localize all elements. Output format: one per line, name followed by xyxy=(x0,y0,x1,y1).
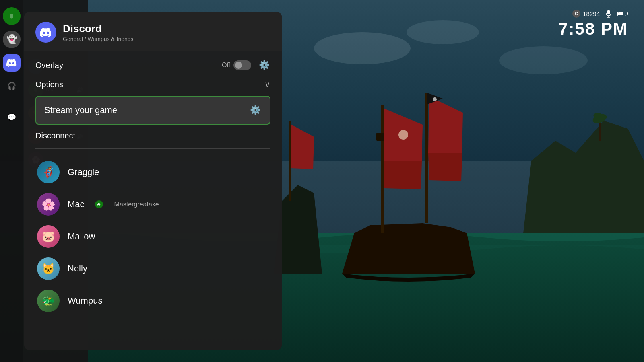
overlay-label: Overlay xyxy=(35,61,63,70)
discord-panel-subtitle: General / Wumpus & friends xyxy=(63,36,134,42)
stream-gear-icon[interactable]: ⚙️ xyxy=(249,104,262,117)
overlay-controls: Off ⚙️ xyxy=(222,59,270,72)
user-name-mac: Mac xyxy=(68,199,85,210)
user-name-nelly: Nelly xyxy=(68,263,87,274)
currency-amount: 18294 xyxy=(583,10,600,17)
hud-currency: G 18294 xyxy=(572,10,600,18)
user-item-graggle[interactable]: Graggle xyxy=(35,157,270,187)
user-avatar-nelly xyxy=(37,257,60,280)
battery-icon xyxy=(617,12,628,16)
sidebar-icon-ghost[interactable]: 👻 xyxy=(3,31,21,48)
overlay-toggle-container: Off xyxy=(222,60,251,70)
hud-time: 7:58 PM xyxy=(558,19,628,39)
overlay-state: Off xyxy=(222,62,230,69)
user-avatar-graggle xyxy=(37,161,60,183)
svg-point-12 xyxy=(314,32,411,64)
discord-logo xyxy=(35,22,56,43)
user-item-wumpus[interactable]: Wumpus xyxy=(35,286,270,316)
sidebar-icon-chat[interactable]: 💬 xyxy=(3,109,21,126)
sidebar-icon-discord[interactable] xyxy=(3,54,21,72)
discord-panel-title: Discord xyxy=(63,23,134,35)
hud-top-right: G 18294 7:58 PM xyxy=(558,10,628,39)
panel-content: Overlay Off ⚙️ Options ∨ Stream your gam… xyxy=(24,51,282,324)
disconnect-button[interactable]: Disconnect xyxy=(35,131,270,140)
user-avatar-mac xyxy=(37,193,60,216)
user-avatar-mallow xyxy=(37,225,60,248)
hud-battery xyxy=(617,12,628,16)
user-name-graggle: Graggle xyxy=(68,167,99,177)
user-item-nelly[interactable]: Nelly xyxy=(35,253,270,284)
stream-game-button[interactable]: Stream your game ⚙️ xyxy=(35,96,270,125)
overlay-row: Overlay Off ⚙️ xyxy=(35,59,270,72)
user-name-mallow: Mallow xyxy=(68,231,95,242)
svg-rect-17 xyxy=(607,10,610,14)
discord-panel: Discord General / Wumpus & friends Overl… xyxy=(24,12,282,350)
sidebar-icon-xbox[interactable] xyxy=(3,7,21,25)
svg-point-13 xyxy=(407,20,479,44)
options-row[interactable]: Options ∨ xyxy=(35,80,270,89)
disconnect-label: Disconnect xyxy=(35,131,75,140)
user-item-mallow[interactable]: Mallow xyxy=(35,221,270,252)
hud-mic xyxy=(605,10,612,18)
user-list: Graggle Mac ⊕ Mastergreataxe Mallow Nell… xyxy=(35,157,270,316)
overlay-gear-icon[interactable]: ⚙️ xyxy=(258,59,270,72)
options-label: Options xyxy=(35,80,63,89)
hud-icons-row: G 18294 xyxy=(558,10,628,18)
stream-game-label: Stream your game xyxy=(44,105,117,115)
user-name-wumpus: Wumpus xyxy=(68,296,102,306)
svg-point-9 xyxy=(398,130,408,140)
sidebar-icon-headset[interactable]: 🎧 xyxy=(3,77,21,95)
discord-header: Discord General / Wumpus & friends xyxy=(24,12,282,51)
svg-point-14 xyxy=(499,46,588,74)
user-gamertag-mac: Mastergreataxe xyxy=(114,201,159,208)
discord-title-group: Discord General / Wumpus & friends xyxy=(63,23,134,42)
overlay-toggle-switch[interactable] xyxy=(233,60,251,70)
currency-icon: G xyxy=(572,10,580,18)
chevron-down-icon[interactable]: ∨ xyxy=(264,80,270,89)
panel-divider xyxy=(35,148,270,149)
left-icon-panel: 👻 🎧 💬 xyxy=(0,0,23,362)
svg-point-10 xyxy=(433,97,437,101)
user-avatar-wumpus xyxy=(37,290,60,312)
user-item-mac[interactable]: Mac ⊕ Mastergreataxe xyxy=(35,189,270,220)
xbox-icon-mac: ⊕ xyxy=(95,200,103,208)
